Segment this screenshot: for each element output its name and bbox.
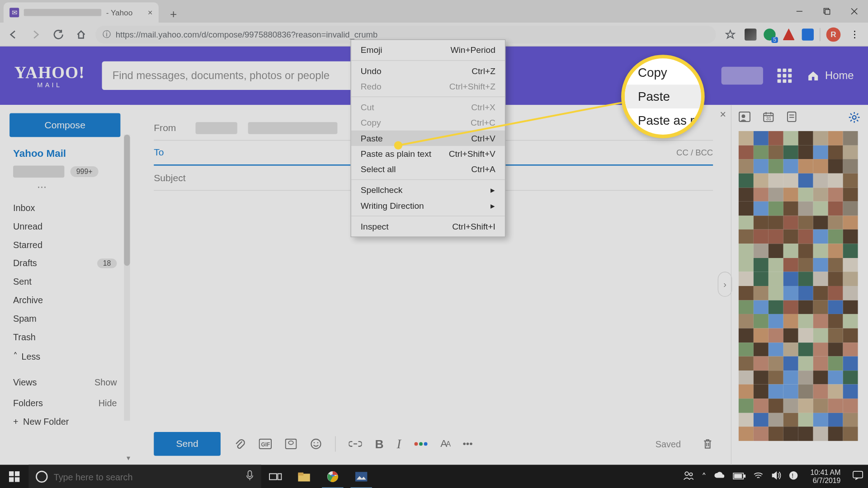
bold-icon[interactable]: B xyxy=(375,437,383,450)
chrome-menu-button[interactable]: ⋮ xyxy=(847,26,863,42)
search-placeholder: Find messages, documents, photos or peop… xyxy=(113,70,330,82)
forward-button[interactable] xyxy=(28,26,44,42)
italic-icon[interactable]: I xyxy=(397,436,401,451)
context-menu-item[interactable]: Select allCtrl+A xyxy=(351,161,505,177)
views-show[interactable]: Show xyxy=(94,377,117,387)
separator xyxy=(335,436,335,451)
context-menu: EmojiWin+PeriodUndoCtrl+ZRedoCtrl+Shift+… xyxy=(350,39,505,237)
account-avatar-redacted[interactable] xyxy=(722,67,763,85)
maximize-button[interactable] xyxy=(813,0,841,23)
context-menu-item: RedoCtrl+Shift+Z xyxy=(351,79,505,94)
context-menu-item: CopyCtrl+C xyxy=(351,115,505,131)
apps-grid-icon[interactable] xyxy=(778,69,792,83)
font-size-icon[interactable]: AA xyxy=(440,438,449,450)
plus-icon: + xyxy=(13,417,19,427)
svg-point-37 xyxy=(690,473,693,476)
svg-rect-27 xyxy=(15,477,20,482)
cc-bcc-toggle[interactable]: CC / BCC xyxy=(676,148,713,157)
folder-spam[interactable]: Spam xyxy=(13,309,117,328)
battery-icon[interactable] xyxy=(733,471,746,482)
extension-icon[interactable] xyxy=(745,28,756,40)
extension-icon[interactable] xyxy=(802,28,814,40)
text-color-icon[interactable] xyxy=(414,442,427,446)
mic-icon[interactable] xyxy=(245,470,254,483)
calendar-icon[interactable]: 31 xyxy=(763,111,774,125)
from-redacted xyxy=(248,122,338,134)
saved-status: Saved xyxy=(656,439,681,449)
sync-icon[interactable]: ! xyxy=(789,471,798,483)
compose-button[interactable]: Compose xyxy=(9,113,120,137)
svg-point-36 xyxy=(685,472,689,475)
notepad-icon[interactable] xyxy=(786,111,797,125)
home-icon xyxy=(806,69,821,83)
discard-icon[interactable] xyxy=(702,438,713,450)
profile-avatar[interactable]: R xyxy=(826,27,841,42)
folder-unread[interactable]: Unread xyxy=(13,217,117,235)
account-more-icon[interactable]: ⋯ xyxy=(37,181,117,192)
extension-icon[interactable]: 5 xyxy=(764,28,775,40)
gif-icon[interactable]: GIF xyxy=(259,439,272,450)
context-menu-item[interactable]: EmojiWin+Period xyxy=(351,42,505,58)
folders-hide[interactable]: Hide xyxy=(99,398,117,408)
svg-point-12 xyxy=(741,114,745,118)
taskbar-search[interactable] xyxy=(28,465,261,488)
svg-text:31: 31 xyxy=(766,116,772,121)
site-info-icon[interactable]: ⓘ xyxy=(103,29,111,40)
taskbar-clock[interactable]: 10:41 AM 6/7/2019 xyxy=(806,468,845,485)
expand-right-icon[interactable]: › xyxy=(718,272,732,296)
folder-sent[interactable]: Sent xyxy=(13,272,117,291)
folder-inbox[interactable]: Inbox xyxy=(13,198,117,217)
back-button[interactable] xyxy=(5,26,22,42)
close-window-button[interactable] xyxy=(840,0,868,23)
reload-button[interactable] xyxy=(50,26,67,42)
more-format-icon[interactable]: ••• xyxy=(462,439,472,450)
folder-trash[interactable]: Trash xyxy=(13,328,117,346)
sidebar-scrollbar[interactable] xyxy=(124,135,130,421)
task-view-icon[interactable] xyxy=(261,465,290,488)
context-menu-item[interactable]: UndoCtrl+Z xyxy=(351,63,505,79)
taskbar-search-input[interactable] xyxy=(54,472,240,482)
volume-icon[interactable] xyxy=(771,471,782,483)
collapse-less[interactable]: ˄Less xyxy=(13,346,117,366)
windows-taskbar: ˄ ! 10:41 AM 6/7/2019 xyxy=(0,465,868,488)
svg-rect-25 xyxy=(15,471,20,476)
minimize-button[interactable] xyxy=(786,0,813,23)
new-folder-button[interactable]: +New Folder xyxy=(13,408,117,435)
folder-drafts[interactable]: Drafts18 xyxy=(13,254,117,272)
file-explorer-icon[interactable] xyxy=(290,465,318,488)
bookmark-star-icon[interactable] xyxy=(722,26,739,42)
sidebar-expand-icon[interactable]: ▾ xyxy=(127,454,130,462)
emoji-icon[interactable] xyxy=(310,438,322,450)
sidebar-account-title[interactable]: Yahoo Mail xyxy=(13,148,117,160)
settings-gear-icon[interactable] xyxy=(848,111,861,126)
yahoo-logo[interactable]: YAHOO! MAIL xyxy=(14,63,85,88)
folder-starred[interactable]: Starred xyxy=(13,235,117,254)
extension-icon[interactable] xyxy=(783,28,794,40)
onedrive-icon[interactable] xyxy=(714,471,726,482)
browser-tab[interactable]: ✉ - Yahoo × xyxy=(4,2,159,23)
wifi-icon[interactable] xyxy=(753,471,764,482)
context-menu-item[interactable]: Paste as plain textCtrl+Shift+V xyxy=(351,146,505,161)
chrome-icon[interactable] xyxy=(318,465,347,488)
photos-icon[interactable] xyxy=(347,465,375,488)
close-tab-icon[interactable]: × xyxy=(148,8,153,17)
folder-archive[interactable]: Archive xyxy=(13,291,117,310)
tray-chevron-icon[interactable]: ˄ xyxy=(702,471,707,482)
contacts-icon[interactable] xyxy=(739,112,750,125)
attach-icon[interactable] xyxy=(234,438,245,450)
start-button[interactable] xyxy=(0,465,28,488)
home-link[interactable]: Home xyxy=(806,69,854,83)
action-center-icon[interactable] xyxy=(853,471,863,483)
svg-point-10 xyxy=(317,442,319,443)
send-button[interactable]: Send xyxy=(154,432,221,456)
close-compose-icon[interactable]: × xyxy=(720,108,726,121)
stationery-icon[interactable] xyxy=(285,439,297,450)
link-icon[interactable] xyxy=(349,440,362,448)
context-menu-item[interactable]: PasteCtrl+V xyxy=(351,131,505,146)
context-menu-item[interactable]: Writing Direction▸ xyxy=(351,198,505,213)
home-button[interactable] xyxy=(73,26,90,42)
people-icon[interactable] xyxy=(683,470,694,483)
new-tab-button[interactable]: + xyxy=(165,5,183,23)
context-menu-item[interactable]: InspectCtrl+Shift+I xyxy=(351,219,505,234)
context-menu-item[interactable]: Spellcheck▸ xyxy=(351,183,505,198)
